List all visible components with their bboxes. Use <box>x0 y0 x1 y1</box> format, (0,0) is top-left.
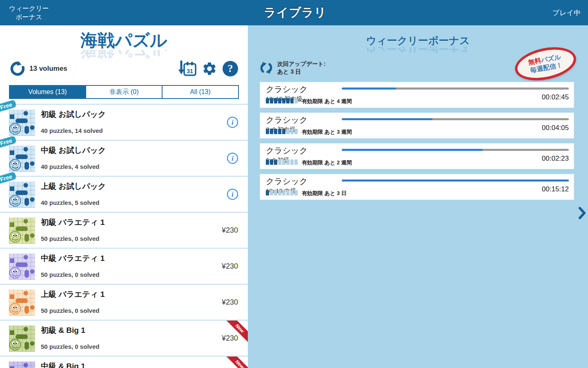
volume-row[interactable]: 初級 バラエティ 1 50 puzzles, 0 solved ¥230 <box>0 212 248 248</box>
bonus-meta: 有効期限 あと 3 週間 <box>266 128 352 136</box>
library-panel: 海戦パズル 海戦パズル 13 volumes 31 <box>0 25 248 368</box>
bonus-time: 00:02:45 <box>542 93 569 101</box>
volume-subtitle: 50 puzzles, 0 solved <box>41 271 99 278</box>
volume-title: 初級 & Big 1 <box>41 325 85 336</box>
next-update-text: 次回アップデート: あと 3 日 <box>277 60 325 76</box>
volume-thumbnail <box>9 361 35 368</box>
bonus-card[interactable]: クラシック 10x10 初中級 00:02:45 有効期限 あと 4 週間 <box>260 82 574 108</box>
expiry-label: 有効期限 あと 3 日 <box>302 190 347 197</box>
bonus-time: 00:02:23 <box>542 155 569 163</box>
tab-volumes[interactable]: Volumes (13) <box>10 86 85 98</box>
info-icon[interactable]: i <box>227 189 238 200</box>
info-icon[interactable]: i <box>227 117 238 128</box>
bonus-name: クラシック <box>266 145 307 156</box>
volume-thumbnail <box>9 218 35 244</box>
library-controls: 13 volumes 31 ? <box>0 60 248 78</box>
volume-price: ¥230 <box>222 226 238 235</box>
tab-all[interactable]: All (13) <box>162 86 238 98</box>
bonus-card[interactable]: クラシック 6x6 初級 00:02:23 有効期限 あと 2 週間 <box>260 143 574 169</box>
library-title: 海戦パズル <box>0 31 248 50</box>
weekly-bonus-title: ウィークリーボーナス <box>248 34 588 47</box>
volume-thumbnail <box>9 254 35 280</box>
volume-row[interactable]: 中級 & Big 1 New <box>0 356 248 368</box>
weekly-bonus-nav-line2: ボーナス <box>9 13 49 21</box>
volume-price: ¥230 <box>222 262 238 271</box>
new-ribbon: New <box>223 357 248 368</box>
weekly-bonus-nav-button[interactable]: ウィークリー ボーナス <box>9 4 49 21</box>
volume-row[interactable]: Free 初級 お試しパック 40 puzzles, 14 solved i <box>0 104 248 140</box>
bonus-card[interactable]: クラシック 8x8 初中級 00:04:05 有効期限 あと 3 週間 <box>260 112 574 139</box>
volume-thumbnail <box>9 289 35 316</box>
volume-row[interactable]: 上級 バラエティ 1 50 puzzles, 0 solved ¥230 <box>0 284 248 320</box>
volume-thumbnail <box>9 325 35 352</box>
volume-title: 上級 お試しパック <box>41 181 106 192</box>
bonus-time: 00:15:12 <box>542 185 569 193</box>
download-schedule-icon[interactable]: 31 <box>178 61 196 77</box>
volume-thumbnail <box>9 110 35 136</box>
library-tabs: Volumes (13) 非表示 (0) All (13) <box>9 85 239 99</box>
volume-subtitle: 50 puzzles, 0 solved <box>41 307 99 314</box>
volume-subtitle: 50 puzzles, 0 solved <box>41 235 99 242</box>
top-bar: ウィークリー ボーナス ライブラリ プレイ中 <box>0 0 588 25</box>
svg-text:31: 31 <box>187 68 193 74</box>
bonus-list: クラシック 10x10 初中級 00:02:45 有効期限 あと 4 週間 クラ… <box>260 82 574 200</box>
volume-title: 中級 & Big 1 <box>41 361 85 368</box>
volume-subtitle: 40 puzzles, 14 solved <box>41 127 103 134</box>
volume-thumbnail <box>9 146 35 172</box>
expiry-segments <box>266 98 298 105</box>
weekly-bonus-panel: ウィークリーボーナス ウィークリーボーナス 次回アップデート: あと 3 日 無… <box>248 25 588 368</box>
expiry-segments <box>266 159 298 166</box>
volume-count: 13 volumes <box>29 65 67 73</box>
expiry-segments <box>266 190 298 197</box>
bonus-name: クラシック <box>266 176 307 187</box>
volume-subtitle: 40 puzzles, 5 solved <box>41 199 99 206</box>
new-ribbon: New <box>223 321 248 346</box>
next-update-label: 次回アップデート: <box>277 60 325 68</box>
next-update-value: あと 3 日 <box>277 68 325 76</box>
refresh-icon[interactable] <box>10 61 25 76</box>
volume-row[interactable]: Free 中級 お試しパック 40 puzzles, 4 solved i <box>0 140 248 176</box>
next-page-chevron-icon[interactable] <box>579 207 586 221</box>
volume-list: Free 初級 お試しパック 40 puzzles, 14 solved i F… <box>0 104 248 368</box>
volume-title: 中級 バラエティ 1 <box>41 253 105 264</box>
now-playing-button[interactable]: プレイ中 <box>552 8 581 18</box>
expiry-label: 有効期限 あと 2 週間 <box>302 159 352 166</box>
bonus-name: クラシック <box>266 84 307 95</box>
weekly-bonus-nav-line1: ウィークリー <box>9 4 49 13</box>
volume-title: 初級 バラエティ 1 <box>41 217 105 228</box>
volume-title: 上級 バラエティ 1 <box>41 289 105 300</box>
page-title: ライブラリ <box>264 4 326 21</box>
volume-thumbnail <box>9 182 35 208</box>
progress-bar <box>342 149 569 151</box>
progress-bar <box>342 180 569 182</box>
volume-title: 初級 お試しパック <box>41 109 106 120</box>
tab-hidden[interactable]: 非表示 (0) <box>85 86 162 98</box>
volume-subtitle: 50 puzzles, 0 solved <box>41 343 99 350</box>
progress-bar <box>342 118 569 120</box>
bonus-name: クラシック <box>266 114 307 126</box>
info-icon[interactable]: i <box>227 153 238 164</box>
library-title-reflection: 海戦パズル <box>0 50 248 60</box>
help-icon[interactable]: ? <box>223 61 238 76</box>
bonus-meta: 有効期限 あと 4 週間 <box>266 98 352 105</box>
bonus-time: 00:04:05 <box>542 124 569 132</box>
volume-row[interactable]: 中級 バラエティ 1 50 puzzles, 0 solved ¥230 <box>0 248 248 284</box>
expiry-label: 有効期限 あと 4 週間 <box>302 98 352 105</box>
volume-subtitle: 40 puzzles, 4 solved <box>41 163 99 170</box>
settings-gear-icon[interactable] <box>202 61 217 76</box>
bonus-meta: 有効期限 あと 2 週間 <box>266 159 352 166</box>
expiry-label: 有効期限 あと 3 週間 <box>302 128 352 136</box>
volume-row[interactable]: 初級 & Big 1 50 puzzles, 0 solved ¥230 New <box>0 320 248 356</box>
expiry-segments <box>266 128 298 136</box>
progress-bar <box>342 88 569 90</box>
refresh-cycle-icon[interactable] <box>259 61 273 75</box>
volume-title: 中級 お試しパック <box>41 145 106 156</box>
volume-row[interactable]: Free 上級 お試しパック 40 puzzles, 5 solved i <box>0 176 248 212</box>
bonus-card[interactable]: クラシック 10x10 中級 00:15:12 有効期限 あと 3 日 <box>260 174 574 200</box>
bonus-meta: 有効期限 あと 3 日 <box>266 190 347 197</box>
volume-price: ¥230 <box>222 298 238 307</box>
